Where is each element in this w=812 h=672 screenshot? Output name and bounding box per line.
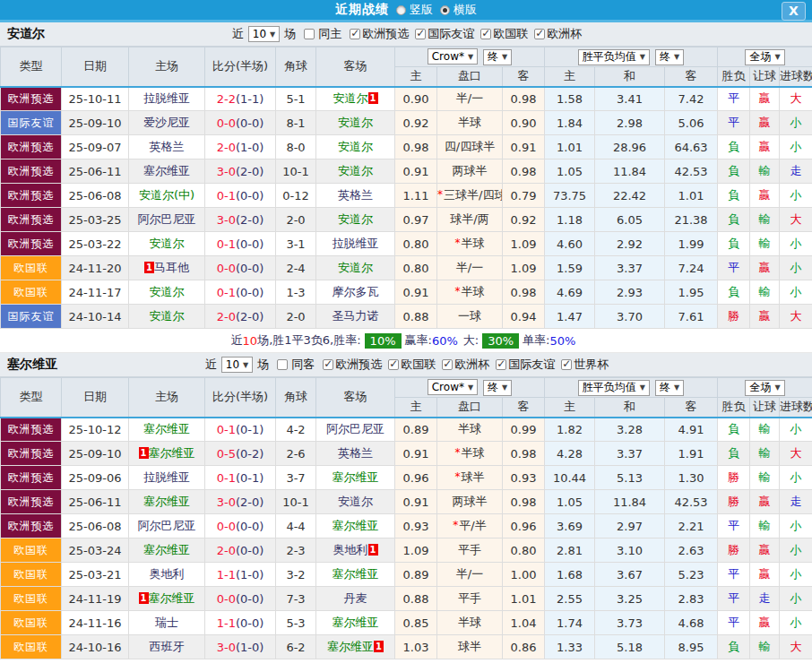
result-wdl: 平 — [718, 587, 750, 611]
radio-checked-icon[interactable] — [440, 5, 450, 15]
mean-stage-select[interactable]: 终▼ — [655, 49, 684, 65]
home-team: 阿尔巴尼亚 — [129, 514, 205, 538]
home-odds: 0.88 — [395, 305, 437, 329]
score-cell: 3-0(2-0) — [205, 159, 276, 184]
result-goals: 大 — [780, 442, 812, 466]
sub-col-header: 进球数 — [780, 398, 812, 418]
layout-radio-vertical[interactable]: 竖版 — [396, 2, 433, 18]
layout-radio-horizontal[interactable]: 横版 — [440, 2, 477, 18]
mean-draw-odds: 3.37 — [595, 442, 665, 466]
odds-source-group: Crow*▼终▼ — [395, 47, 545, 67]
home-team: 1塞尔维亚 — [129, 587, 205, 611]
mean-draw-odds: 11.84 — [595, 490, 665, 514]
corner-count: 2-0 — [276, 305, 316, 329]
score-cell: 2-0(0-0) — [205, 538, 276, 563]
home-team-name: 马耳他 — [154, 261, 189, 274]
fulltime-score: 0-0 — [217, 262, 236, 275]
match-date: 25-03-22 — [62, 232, 129, 256]
corner-count: 6-2 — [276, 635, 316, 659]
table-row: 欧国联25-03-21奥地利1-1(1-0)3-2塞尔维亚0.89半/一1.00… — [1, 563, 812, 587]
mean-stage-select-value: 终 — [660, 49, 670, 65]
score-cell: 3-0(2-0) — [205, 208, 276, 232]
away-odds: 1.09 — [503, 232, 545, 256]
score-cell: 0-0(0-0) — [205, 111, 276, 135]
mean-stage-select[interactable]: 终▼ — [655, 380, 684, 396]
same-venue-checkbox[interactable] — [304, 29, 315, 39]
away-team-name: 英格兰 — [338, 446, 373, 460]
mean-away-odds: 4.68 — [665, 611, 718, 635]
home-odds: 0.90 — [395, 87, 437, 111]
result-wdl: 負 — [718, 184, 750, 208]
result-goals: 小 — [780, 563, 812, 587]
table-row: 欧洲预选25-09-07英格兰2-0(1-0)8-0安道尔0.98四/四球半0.… — [1, 135, 812, 159]
scope-select[interactable]: 全场▼ — [745, 380, 784, 396]
result-handicap: 輸 — [750, 208, 780, 232]
match-count-select[interactable]: 10▼ — [248, 26, 280, 42]
odd-rate-label: 单率: — [523, 332, 549, 349]
col-header: 主场 — [129, 47, 205, 87]
competition-checkbox-3[interactable] — [496, 359, 506, 370]
fulltime-score: 2-0 — [217, 141, 236, 154]
competition-checkbox-1[interactable] — [388, 359, 399, 370]
competition-checkbox-0[interactable] — [323, 359, 333, 370]
result-handicap: 輸 — [750, 442, 780, 466]
mean-away-odds: 1.30 — [665, 466, 718, 490]
radio-unchecked-icon[interactable] — [396, 5, 406, 15]
sub-col-header: 让球 — [750, 67, 780, 87]
scope-select-value: 全场 — [749, 380, 771, 395]
competition-checkbox-2[interactable] — [480, 29, 491, 39]
competition-checkbox-label: 国际友谊 — [428, 26, 474, 42]
table-row: 欧洲预选25-06-08安道尔(中)0-1(0-0)0-12英格兰1.11*三球… — [1, 184, 812, 208]
handicap-line: 球半/两 — [437, 208, 503, 232]
halftime-score: (0-1) — [236, 423, 263, 436]
sub-col-header: 胜负 — [718, 67, 750, 87]
odds-source-select[interactable]: Crow*▼ — [428, 48, 478, 65]
halftime-score: (0-2) — [236, 447, 263, 461]
home-odds: 0.80 — [395, 232, 437, 256]
away-team-name: 安道尔 — [338, 140, 373, 153]
result-goals: 小 — [780, 232, 812, 256]
competition-checkbox-1[interactable] — [415, 29, 426, 39]
odds-source-select[interactable]: Crow*▼ — [428, 379, 478, 395]
match-date: 24-11-19 — [62, 587, 129, 611]
odds-stage-select[interactable]: 终▼ — [483, 49, 512, 65]
mean-away-odds: 64.63 — [665, 135, 718, 159]
result-wdl: 平 — [718, 87, 750, 111]
competition-checkbox-4[interactable] — [561, 359, 572, 370]
games-label: 场 — [257, 357, 269, 373]
same-venue-checkbox[interactable] — [277, 359, 288, 370]
result-handicap: 贏 — [750, 538, 780, 563]
mean-away-odds: 2.63 — [665, 538, 718, 563]
competition-checkbox-3[interactable] — [534, 29, 545, 39]
result-goals: 小 — [780, 587, 812, 611]
odds-stage-select[interactable]: 终▼ — [483, 380, 512, 396]
scope-select[interactable]: 全场▼ — [745, 49, 784, 65]
result-handicap: 輸 — [750, 232, 780, 256]
score-cell: 0-5(0-2) — [205, 442, 276, 466]
competition-checkbox-2[interactable] — [442, 359, 453, 370]
corner-count: 4-4 — [276, 514, 316, 538]
close-button[interactable]: X — [782, 2, 806, 21]
red-card-badge: 1 — [139, 592, 149, 604]
match-count-select[interactable]: 10▼ — [221, 357, 253, 373]
result-wdl: 平 — [718, 256, 750, 280]
away-team: 圣马力诺 — [316, 305, 395, 329]
halftime-score: (0-0) — [236, 116, 263, 130]
competition-checkbox-0[interactable] — [350, 29, 360, 39]
score-cell: 0-0(0-0) — [205, 256, 276, 280]
scope-select-value: 全场 — [749, 49, 771, 65]
competition-badge: 欧国联 — [1, 280, 62, 305]
games-label: 场 — [284, 26, 296, 42]
score-cell: 0-0(0-0) — [205, 514, 276, 538]
handicap-line: *半球 — [437, 442, 503, 466]
mean-type-select[interactable]: 胜平负均值▼ — [578, 49, 650, 65]
home-odds: 0.91 — [395, 159, 437, 184]
table-row: 欧洲预选25-03-22安道尔0-1(0-0)3-1拉脱维亚0.80*半球1.0… — [1, 232, 812, 256]
result-goals: 小 — [780, 418, 812, 442]
mean-type-select[interactable]: 胜平负均值▼ — [578, 380, 650, 396]
away-team: 安道尔1 — [316, 87, 395, 111]
section-header-0: 安道尔近10▼场同主欧洲预选国际友谊欧国联欧洲杯 — [0, 22, 812, 47]
competition-checkbox-label: 世界杯 — [574, 357, 609, 373]
competition-badge: 欧洲预选 — [1, 442, 62, 466]
away-team-name: 拉脱维亚 — [333, 237, 379, 250]
